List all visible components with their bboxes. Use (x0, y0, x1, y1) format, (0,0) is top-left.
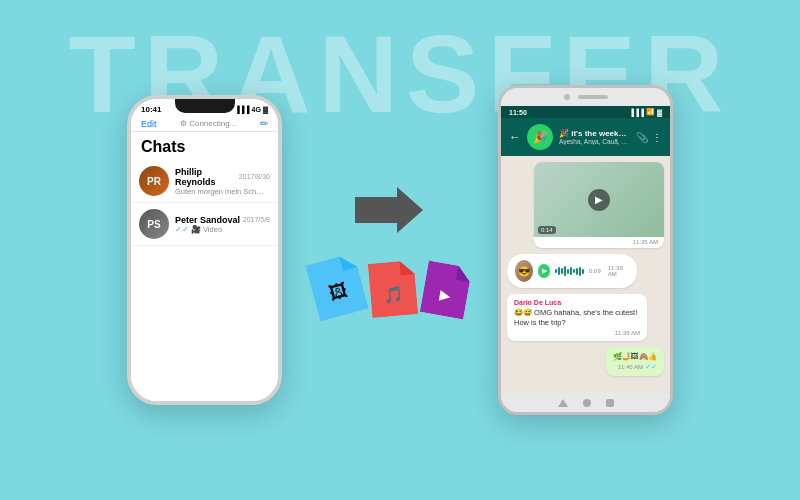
android-speaker (578, 95, 608, 99)
arrow-shape (355, 187, 423, 233)
iphone-screen: 10:41 ▐▐▐ 4G ▓ Edit ⚙ Connecting... ✏ Ch… (131, 99, 278, 401)
chat-info-peter: Peter Sandoval 2017/5/8 ✓✓ 🎥 Video (175, 215, 270, 234)
svg-marker-4 (400, 260, 415, 275)
audio-waveform (555, 265, 584, 277)
audio-duration: 0:09 (589, 268, 601, 274)
chat-preview-peter: Video (203, 225, 222, 234)
chat-date-phillip: 2017/8/30 (239, 173, 270, 180)
image-placeholder: ▶ 0:14 (534, 162, 664, 237)
android-home-btn[interactable] (583, 399, 591, 407)
chat-item-peter[interactable]: PS Peter Sandoval 2017/5/8 ✓✓ 🎥 Video (131, 203, 278, 246)
iphone-status-icons: ▐▐▐ 4G ▓ (235, 106, 268, 113)
whatsapp-header: ← 🎉 🎉 it's the weekend Ayesha, Anya, Cau… (501, 118, 670, 156)
video-file-icon: ▶ (420, 260, 472, 319)
transfer-section: 🖼 🎵 ▶ (312, 185, 468, 316)
iphone-notch (175, 99, 235, 113)
chats-title: Chats (131, 132, 278, 160)
spinner-icon: ⚙ (180, 119, 187, 128)
chat-item-phillip[interactable]: PR Phillip Reynolds 2017/8/30 Guten morg… (131, 160, 278, 203)
chat-name-peter: Peter Sandoval (175, 215, 240, 225)
file-icons-row: 🖼 🎵 ▶ (312, 258, 468, 316)
attachment-icon[interactable]: 📎 (636, 132, 648, 143)
delivered-icon: ✓✓ (175, 225, 189, 234)
android-time: 11:50 (509, 109, 527, 116)
battery-icon: ▓ (263, 106, 268, 113)
avatar-peter: PS (139, 209, 169, 239)
sender-name: Dario De Luca (514, 299, 640, 306)
android-mockup: 11:50 ▐▐▐ 📶 ▓ ← 🎉 🎉 it's the weekend Aye… (498, 85, 673, 415)
svg-text:🎵: 🎵 (383, 284, 405, 305)
header-action-icons: 📎 ⋮ (636, 132, 662, 143)
chat-name-row: Phillip Reynolds 2017/8/30 (175, 167, 270, 187)
android-top-bar (501, 88, 670, 106)
android-recents-btn[interactable] (606, 399, 614, 407)
video-icon: 🎥 (191, 225, 201, 234)
audio-play-button[interactable]: ▶ (538, 264, 550, 278)
whatsapp-messages: ▶ 0:14 11:35 AM 😎 ▶ (501, 156, 670, 394)
image-file-icon: 🖼 (305, 252, 368, 321)
audio-message: 😎 ▶ 0:09 11:38 AM (507, 254, 637, 288)
music-file-icon: 🎵 (368, 260, 419, 318)
iphone-mockup: 10:41 ▐▐▐ 4G ▓ Edit ⚙ Connecting... ✏ Ch… (127, 95, 282, 405)
signal-icon: ▐▐▐ (235, 106, 250, 113)
group-avatar: 🎉 (527, 124, 553, 150)
android-wifi-icon: 📶 (646, 108, 655, 116)
android-battery-icon: ▓ (657, 109, 662, 116)
image-msg-time: 11:35 AM (534, 237, 664, 248)
more-options-icon[interactable]: ⋮ (652, 132, 662, 143)
audio-time: 11:38 AM (608, 265, 629, 277)
svg-marker-7 (456, 265, 472, 281)
message-text: 😂😅 OMG hahaha, she's the cutest! How is … (514, 308, 640, 328)
audio-sender-avatar: 😎 (515, 260, 533, 282)
chat-name-row-peter: Peter Sandoval 2017/5/8 (175, 215, 270, 225)
image-message: ▶ 0:14 11:35 AM (534, 162, 664, 248)
sent-message-text: 🌿🤳🖼🙈👍 (613, 352, 657, 362)
network-icon: 4G (252, 106, 261, 113)
play-button[interactable]: ▶ (588, 189, 610, 211)
back-button[interactable]: ← (509, 130, 521, 144)
double-check-icon: ✓✓ (645, 363, 657, 371)
text-message-sent: 🌿🤳🖼🙈👍 11:40 AM ✓✓ (606, 347, 664, 377)
android-back-btn[interactable] (558, 399, 568, 407)
chat-info-phillip: Phillip Reynolds 2017/8/30 Guten morgen … (175, 167, 270, 196)
android-screen: 11:50 ▐▐▐ 📶 ▓ ← 🎉 🎉 it's the weekend Aye… (501, 106, 670, 394)
group-info: 🎉 it's the weekend Ayesha, Anya, Cauã, D… (559, 129, 630, 145)
sent-message-footer: 11:40 AM ✓✓ (613, 363, 657, 371)
group-name: 🎉 it's the weekend (559, 129, 630, 138)
video-duration-badge: 0:14 (538, 226, 556, 234)
message-footer: 11:39 AM (514, 330, 640, 336)
android-status-icons: ▐▐▐ 📶 ▓ (629, 108, 662, 116)
android-signal-icon: ▐▐▐ (629, 109, 644, 116)
chat-preview-phillip: Guten morgen mein Schatz ist das denn je… (175, 187, 265, 196)
chat-preview-row-peter: ✓✓ 🎥 Video (175, 225, 270, 234)
whatsapp-status-bar: 11:50 ▐▐▐ 📶 ▓ (501, 106, 670, 118)
chat-date-peter: 2017/5/8 (243, 216, 270, 223)
chat-name-phillip: Phillip Reynolds (175, 167, 239, 187)
avatar-phillip: PR (139, 166, 169, 196)
android-home-bar (501, 394, 670, 412)
compose-button[interactable]: ✏ (260, 118, 268, 129)
iphone-time: 10:41 (141, 105, 161, 114)
transfer-arrow (355, 185, 425, 243)
iphone-toolbar: Edit ⚙ Connecting... ✏ (131, 116, 278, 132)
received-msg-time: 11:39 AM (615, 330, 640, 336)
android-camera (564, 94, 570, 100)
text-message-received: Dario De Luca 😂😅 OMG hahaha, she's the c… (507, 294, 647, 341)
group-members: Ayesha, Anya, Cauã, Dario, Franci... (559, 138, 630, 145)
sent-msg-time: 11:40 AM (618, 364, 643, 370)
main-content: 10:41 ▐▐▐ 4G ▓ Edit ⚙ Connecting... ✏ Ch… (0, 0, 800, 500)
edit-button[interactable]: Edit (141, 119, 157, 129)
connecting-status: ⚙ Connecting... (180, 119, 236, 128)
